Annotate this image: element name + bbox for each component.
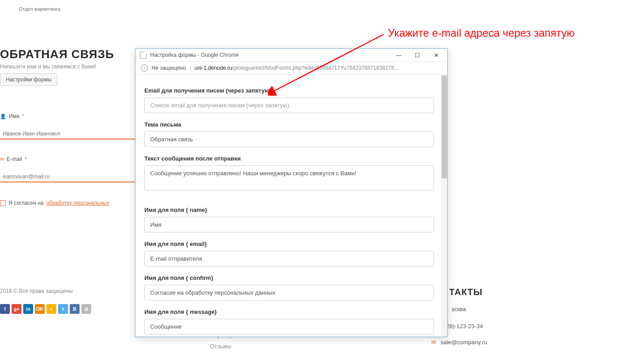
social-icon[interactable]: t [58,304,68,314]
page-subtitle: Напишите нам и мы свяжемся с Вами! [0,63,96,70]
department-label: Отдел маркетинга [19,6,60,12]
subject-input[interactable] [144,131,434,147]
popup-body: Email для получения писем (через запятую… [135,75,447,337]
footer-link[interactable]: Отзывы [210,343,237,350]
url-host: uni-1.denode.ru [194,65,232,71]
contact-phone-text: 928)-123-23-34 [443,323,483,330]
social-icon[interactable]: OK [35,304,45,314]
social-icon[interactable]: g+ [12,304,21,314]
confirm-field-config-input[interactable] [144,285,434,300]
name-field-config-input[interactable] [144,217,434,232]
contact-city: эсква [447,306,466,313]
subject-label: Тема письма [144,121,434,128]
social-icons-row: fg+inOK●tB⎙ [0,304,91,314]
name-field-label: 👤 Имя * [0,113,24,119]
message-field-config-input[interactable] [144,319,434,334]
envelope-icon: ✉ [0,156,4,162]
name-label-text: Имя [9,113,19,119]
contacts-heading: ТАКТЫ [449,287,483,297]
emails-label: Email для получения писем (через запятую… [144,87,434,94]
window-title-text: Настройка формы - Google Chrome [150,52,239,58]
after-text-label: Текст сообщения после отправки [144,155,434,162]
required-star: * [22,113,24,119]
copyright-text: 2018 © Все права защищены [0,288,73,294]
email-field-label: ✉ E-mail * [0,156,27,162]
form-settings-popup: Настройка формы - Google Chrome — ☐ ✕ i … [135,48,448,337]
annotation-callout-text: Укажите e-mail адреса через запятую [388,27,575,39]
name-field-config-label: Имя для поля { name} [144,207,434,213]
url-path: /prologue/incl/ModForms.php?edit=8268471… [232,65,399,71]
social-icon[interactable]: ⎙ [81,304,91,314]
email-label-text: E-mail [7,156,22,162]
window-titlebar: Настройка формы - Google Chrome — ☐ ✕ [135,49,447,62]
social-icon[interactable]: in [23,304,33,314]
scrollbar[interactable] [441,75,447,337]
emails-input[interactable] [144,97,434,113]
social-icon[interactable]: f [0,304,10,314]
consent-text: Я согласен на [8,200,44,206]
email-field-config-input[interactable] [144,251,434,266]
consent-checkbox[interactable] [0,200,6,206]
contact-email: ✉ sale@company.ru [431,339,487,346]
window-minimize-button[interactable]: — [389,49,408,61]
security-status-text: Не защищено [152,65,186,71]
required-star: * [25,156,27,162]
window-close-button[interactable]: ✕ [427,49,446,61]
separator: | [189,65,191,71]
scrollbar-thumb[interactable] [442,76,447,178]
message-field-config-label: Имя для поля { message} [144,309,434,315]
popup-form: Email для получения писем (через запятую… [135,75,441,337]
address-bar: i Не защищено | uni-1.denode.ru/prologue… [135,62,447,75]
user-icon: 👤 [0,114,6,119]
envelope-icon: ✉ [431,339,436,346]
email-field-config-label: Имя для поля { email} [144,241,434,247]
social-icon[interactable]: B [70,304,80,314]
social-icon[interactable]: ● [46,304,56,314]
window-maximize-button[interactable]: ☐ [408,49,427,61]
info-icon[interactable]: i [141,64,148,72]
name-input[interactable] [0,129,139,139]
consent-row: Я согласен на обработку персональных [0,200,109,206]
page-title: ОБРАТНАЯ СВЯЗЬ [0,47,114,61]
consent-link[interactable]: обработку персональных [46,200,109,206]
email-input[interactable] [0,172,139,182]
document-icon [140,52,147,59]
contact-email-text: sale@company.ru [441,339,487,346]
confirm-field-config-label: Имя для поля { confirm} [144,275,434,281]
form-settings-button[interactable]: Настройки формы [0,73,57,86]
after-text-textarea[interactable]: Сообщение успешно отправлено! Наши менед… [144,165,434,190]
contact-city-text: эсква [451,306,466,313]
url-text[interactable]: uni-1.denode.ru/prologue/incl/ModForms.p… [194,65,399,71]
